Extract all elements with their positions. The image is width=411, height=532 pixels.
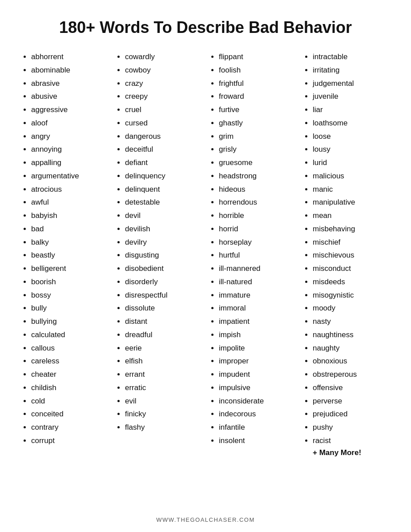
list-item: impudent: [219, 368, 295, 381]
list-item: inconsiderate: [219, 395, 295, 408]
list-item: manic: [313, 183, 389, 196]
list-item: gruesome: [219, 156, 295, 169]
list-item: mischievous: [313, 249, 389, 262]
column-4: intractableirritatingjudgementaljuvenile…: [299, 50, 393, 503]
list-item: bully: [31, 302, 107, 315]
list-item: erratic: [125, 381, 201, 395]
list-item: horrendous: [219, 196, 295, 209]
list-item: ill-mannered: [219, 262, 295, 275]
list-item: misdeeds: [313, 275, 389, 289]
list-item: boorish: [31, 275, 107, 289]
list-item: disrespectful: [125, 289, 201, 302]
list-item: lousy: [313, 143, 389, 156]
list-item: dangerous: [125, 130, 201, 143]
list-item: cruel: [125, 103, 201, 117]
list-item: aloof: [31, 117, 107, 130]
list-item: impatient: [219, 315, 295, 328]
list-item: frightful: [219, 77, 295, 90]
list-item: mean: [313, 209, 389, 222]
list-item: cold: [31, 395, 107, 408]
list-item: beastly: [31, 249, 107, 262]
list-item: grisly: [219, 143, 295, 156]
list-item: devilry: [125, 236, 201, 249]
list-item: errant: [125, 368, 201, 381]
word-list-2: cowardlycowboycrazycreepycruelcurseddang…: [116, 50, 201, 434]
list-item: judgemental: [313, 77, 389, 90]
list-item: atrocious: [31, 183, 107, 196]
list-item: moody: [313, 302, 389, 315]
list-item: awful: [31, 196, 107, 209]
columns-container: abhorrentabominableabrasiveabusiveaggres…: [18, 50, 393, 503]
list-item: abrasive: [31, 77, 107, 90]
list-item: cursed: [125, 117, 201, 130]
list-item: dissolute: [125, 302, 201, 315]
list-item: immoral: [219, 302, 295, 315]
list-item: loathsome: [313, 117, 389, 130]
list-item: liar: [313, 103, 389, 117]
list-item: corrupt: [31, 434, 107, 447]
list-item: dreadful: [125, 328, 201, 342]
word-list-3: flippantfoolishfrightfulfrowardfurtivegh…: [210, 50, 295, 447]
list-item: appalling: [31, 156, 107, 169]
list-item: delinquent: [125, 183, 201, 196]
list-item: flashy: [125, 421, 201, 434]
list-item: insolent: [219, 434, 295, 447]
list-item: misogynistic: [313, 289, 389, 302]
list-item: calculated: [31, 328, 107, 342]
list-item: horrid: [219, 222, 295, 236]
list-item: foolish: [219, 64, 295, 77]
list-item: manipulative: [313, 196, 389, 209]
list-item: nasty: [313, 315, 389, 328]
list-item: misconduct: [313, 262, 389, 275]
list-item: racist: [313, 434, 389, 447]
list-item: distant: [125, 315, 201, 328]
list-item: abominable: [31, 64, 107, 77]
list-item: naughtiness: [313, 328, 389, 342]
list-item: improper: [219, 355, 295, 368]
list-item: ill-natured: [219, 275, 295, 289]
list-item: callous: [31, 342, 107, 355]
list-item: cheater: [31, 368, 107, 381]
list-item: eerie: [125, 342, 201, 355]
list-item: devil: [125, 209, 201, 222]
list-item: offensive: [313, 381, 389, 395]
list-item: bossy: [31, 289, 107, 302]
list-item: childish: [31, 381, 107, 395]
list-item: indecorous: [219, 407, 295, 421]
list-item: evil: [125, 395, 201, 408]
list-item: mischief: [313, 236, 389, 249]
list-item: horseplay: [219, 236, 295, 249]
list-item: contrary: [31, 421, 107, 434]
list-item: angry: [31, 130, 107, 143]
word-list-1: abhorrentabominableabrasiveabusiveaggres…: [22, 50, 107, 447]
list-item: delinquency: [125, 169, 201, 183]
many-more-label: + Many More!: [304, 448, 389, 457]
list-item: conceited: [31, 407, 107, 421]
list-item: impulsive: [219, 381, 295, 395]
list-item: obstreperous: [313, 368, 389, 381]
column-1: abhorrentabominableabrasiveabusiveaggres…: [18, 50, 112, 503]
footer: WWW.THEGOALCHASER.COM: [156, 516, 254, 523]
list-item: disgusting: [125, 249, 201, 262]
list-item: crazy: [125, 77, 201, 90]
list-item: headstrong: [219, 169, 295, 183]
list-item: lurid: [313, 156, 389, 169]
list-item: bullying: [31, 315, 107, 328]
list-item: horrible: [219, 209, 295, 222]
list-item: cowboy: [125, 64, 201, 77]
word-list-4: intractableirritatingjudgementaljuvenile…: [304, 50, 389, 447]
list-item: intractable: [313, 50, 389, 64]
list-item: prejudiced: [313, 407, 389, 421]
list-item: deceitful: [125, 143, 201, 156]
list-item: impish: [219, 328, 295, 342]
list-item: careless: [31, 355, 107, 368]
column-3: flippantfoolishfrightfulfrowardfurtivegh…: [206, 50, 299, 503]
list-item: bad: [31, 222, 107, 236]
list-item: furtive: [219, 103, 295, 117]
list-item: abhorrent: [31, 50, 107, 64]
list-item: irritating: [313, 64, 389, 77]
list-item: abusive: [31, 90, 107, 103]
list-item: ghastly: [219, 117, 295, 130]
list-item: detestable: [125, 196, 201, 209]
page-title: 180+ Words To Describe Bad Behavior: [59, 18, 352, 37]
